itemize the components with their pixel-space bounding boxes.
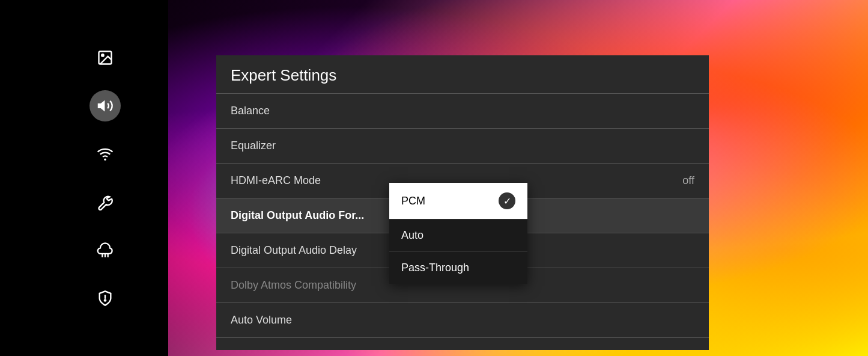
sidebar-item-security[interactable] <box>90 283 121 314</box>
sidebar <box>0 0 210 356</box>
cloud-icon <box>97 242 114 259</box>
dropdown-passthrough-label: Pass-Through <box>401 262 469 274</box>
panel-title: Expert Settings <box>216 55 709 94</box>
dolby-atmos-label: Dolby Atmos Compatibility <box>231 279 356 292</box>
hdmi-earc-label: HDMI-eARC Mode <box>231 174 321 187</box>
sidebar-item-support[interactable] <box>90 186 121 218</box>
network-icon <box>97 146 114 162</box>
auto-volume-label: Auto Volume <box>231 314 292 327</box>
svg-marker-2 <box>98 101 105 111</box>
dropdown-item-passthrough[interactable]: Pass-Through <box>389 252 527 284</box>
hdmi-earc-value: off <box>682 174 694 187</box>
dropdown-pcm-label: PCM <box>401 195 425 207</box>
dropdown-auto-label: Auto <box>401 229 423 242</box>
digital-output-format-label: Digital Output Audio For... <box>231 209 364 222</box>
menu-item-equalizer[interactable]: Equalizer <box>216 129 709 164</box>
dropdown-format: PCM ✓ Auto Pass-Through <box>389 183 527 284</box>
sidebar-item-picture[interactable] <box>90 42 121 73</box>
sidebar-item-cloud[interactable] <box>90 235 121 266</box>
balance-label: Balance <box>231 105 270 117</box>
sidebar-item-sound[interactable] <box>90 90 121 121</box>
svg-point-1 <box>102 54 104 57</box>
sound-icon <box>97 97 114 114</box>
sidebar-item-network[interactable] <box>90 138 121 170</box>
svg-point-5 <box>105 299 106 301</box>
digital-output-delay-label: Digital Output Audio Delay <box>231 244 357 257</box>
equalizer-label: Equalizer <box>231 140 276 152</box>
menu-item-balance[interactable]: Balance <box>216 94 709 129</box>
security-icon <box>97 290 114 307</box>
dropdown-item-auto[interactable]: Auto <box>389 219 527 252</box>
dropdown-item-pcm[interactable]: PCM ✓ <box>389 183 527 219</box>
menu-item-auto-volume[interactable]: Auto Volume <box>216 303 709 338</box>
wrench-icon <box>97 194 114 210</box>
image-icon <box>97 49 114 66</box>
check-icon: ✓ <box>499 192 515 209</box>
